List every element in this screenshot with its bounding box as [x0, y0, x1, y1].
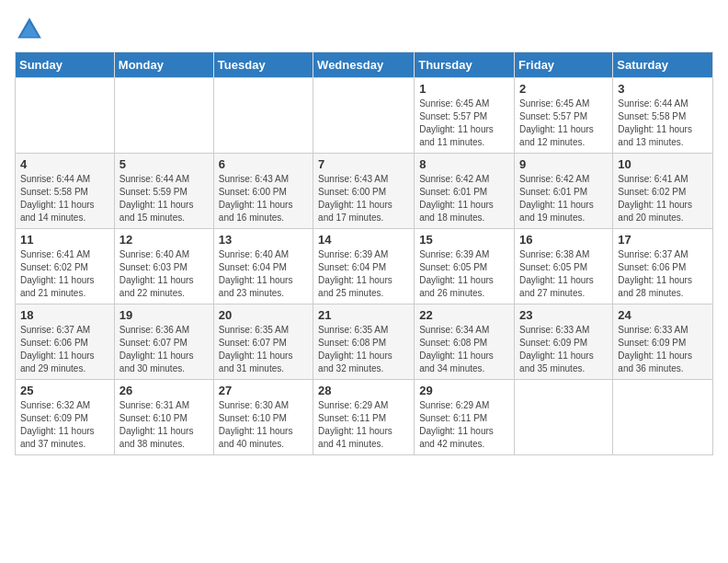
calendar-cell: 16Sunrise: 6:38 AM Sunset: 6:05 PM Dayli… [515, 229, 613, 304]
calendar-cell: 7Sunrise: 6:43 AM Sunset: 6:00 PM Daylig… [313, 154, 415, 229]
day-number: 3 [618, 82, 708, 96]
calendar-cell [515, 380, 613, 455]
calendar-cell [213, 78, 313, 154]
calendar-cell: 8Sunrise: 6:42 AM Sunset: 6:01 PM Daylig… [415, 154, 515, 229]
day-number: 2 [519, 82, 608, 96]
day-info: Sunrise: 6:39 AM Sunset: 6:05 PM Dayligh… [419, 248, 509, 300]
calendar-cell: 22Sunrise: 6:34 AM Sunset: 6:08 PM Dayli… [415, 304, 515, 380]
calendar-week-5: 25Sunrise: 6:32 AM Sunset: 6:09 PM Dayli… [16, 380, 713, 455]
calendar-cell: 1Sunrise: 6:45 AM Sunset: 5:57 PM Daylig… [415, 78, 515, 154]
day-info: Sunrise: 6:35 AM Sunset: 6:08 PM Dayligh… [318, 324, 409, 375]
calendar-cell: 11Sunrise: 6:41 AM Sunset: 6:02 PM Dayli… [16, 229, 115, 304]
day-number: 25 [20, 384, 109, 397]
day-number: 1 [419, 82, 509, 96]
calendar-cell: 3Sunrise: 6:44 AM Sunset: 5:58 PM Daylig… [613, 78, 713, 154]
day-info: Sunrise: 6:31 AM Sunset: 6:10 PM Dayligh… [119, 399, 209, 451]
day-info: Sunrise: 6:36 AM Sunset: 6:07 PM Dayligh… [119, 324, 209, 375]
day-number: 18 [20, 308, 109, 322]
day-number: 15 [419, 233, 509, 247]
day-info: Sunrise: 6:39 AM Sunset: 6:04 PM Dayligh… [318, 248, 409, 300]
day-number: 27 [219, 384, 308, 397]
day-info: Sunrise: 6:38 AM Sunset: 6:05 PM Dayligh… [519, 248, 608, 300]
calendar-cell: 10Sunrise: 6:41 AM Sunset: 6:02 PM Dayli… [613, 154, 713, 229]
day-info: Sunrise: 6:30 AM Sunset: 6:10 PM Dayligh… [219, 399, 308, 451]
day-info: Sunrise: 6:34 AM Sunset: 6:08 PM Dayligh… [419, 324, 509, 375]
calendar-cell: 27Sunrise: 6:30 AM Sunset: 6:10 PM Dayli… [213, 380, 313, 455]
weekday-header-row: SundayMondayTuesdayWednesdayThursdayFrid… [16, 52, 713, 78]
day-info: Sunrise: 6:44 AM Sunset: 5:58 PM Dayligh… [20, 173, 109, 224]
day-info: Sunrise: 6:33 AM Sunset: 6:09 PM Dayligh… [618, 324, 708, 375]
day-number: 10 [618, 157, 708, 171]
calendar-cell [613, 380, 713, 455]
day-number: 4 [20, 157, 109, 171]
calendar-cell: 18Sunrise: 6:37 AM Sunset: 6:06 PM Dayli… [16, 304, 115, 380]
day-number: 24 [618, 308, 708, 322]
day-info: Sunrise: 6:37 AM Sunset: 6:06 PM Dayligh… [20, 324, 109, 375]
calendar-cell: 13Sunrise: 6:40 AM Sunset: 6:04 PM Dayli… [213, 229, 313, 304]
calendar-cell: 15Sunrise: 6:39 AM Sunset: 6:05 PM Dayli… [415, 229, 515, 304]
day-number: 12 [119, 233, 209, 247]
day-number: 19 [119, 308, 209, 322]
logo-icon [15, 15, 44, 44]
day-number: 23 [519, 308, 608, 322]
calendar-cell: 25Sunrise: 6:32 AM Sunset: 6:09 PM Dayli… [16, 380, 115, 455]
day-info: Sunrise: 6:45 AM Sunset: 5:57 PM Dayligh… [419, 98, 509, 149]
day-number: 5 [119, 157, 209, 171]
day-info: Sunrise: 6:45 AM Sunset: 5:57 PM Dayligh… [519, 98, 608, 149]
day-number: 22 [419, 308, 509, 322]
day-info: Sunrise: 6:42 AM Sunset: 6:01 PM Dayligh… [419, 173, 509, 224]
page-header [15, 15, 713, 44]
calendar-cell: 14Sunrise: 6:39 AM Sunset: 6:04 PM Dayli… [313, 229, 415, 304]
calendar-cell [313, 78, 415, 154]
day-info: Sunrise: 6:43 AM Sunset: 6:00 PM Dayligh… [219, 173, 308, 224]
day-number: 26 [119, 384, 209, 397]
day-info: Sunrise: 6:29 AM Sunset: 6:11 PM Dayligh… [419, 399, 509, 451]
calendar-cell: 20Sunrise: 6:35 AM Sunset: 6:07 PM Dayli… [213, 304, 313, 380]
day-info: Sunrise: 6:37 AM Sunset: 6:06 PM Dayligh… [618, 248, 708, 300]
calendar-cell: 24Sunrise: 6:33 AM Sunset: 6:09 PM Dayli… [613, 304, 713, 380]
weekday-header-wednesday: Wednesday [313, 52, 415, 78]
day-number: 11 [20, 233, 109, 247]
day-number: 21 [318, 308, 409, 322]
day-info: Sunrise: 6:29 AM Sunset: 6:11 PM Dayligh… [318, 399, 409, 451]
day-number: 6 [219, 157, 308, 171]
day-number: 14 [318, 233, 409, 247]
calendar-cell: 23Sunrise: 6:33 AM Sunset: 6:09 PM Dayli… [515, 304, 613, 380]
calendar-cell: 6Sunrise: 6:43 AM Sunset: 6:00 PM Daylig… [213, 154, 313, 229]
day-number: 17 [618, 233, 708, 247]
calendar-week-3: 11Sunrise: 6:41 AM Sunset: 6:02 PM Dayli… [16, 229, 713, 304]
calendar-cell: 4Sunrise: 6:44 AM Sunset: 5:58 PM Daylig… [16, 154, 115, 229]
day-info: Sunrise: 6:32 AM Sunset: 6:09 PM Dayligh… [20, 399, 109, 451]
day-info: Sunrise: 6:44 AM Sunset: 5:59 PM Dayligh… [119, 173, 209, 224]
day-info: Sunrise: 6:44 AM Sunset: 5:58 PM Dayligh… [618, 98, 708, 149]
day-info: Sunrise: 6:35 AM Sunset: 6:07 PM Dayligh… [219, 324, 308, 375]
logo [15, 15, 48, 44]
weekday-header-sunday: Sunday [16, 52, 115, 78]
day-number: 9 [519, 157, 608, 171]
calendar-week-2: 4Sunrise: 6:44 AM Sunset: 5:58 PM Daylig… [16, 154, 713, 229]
day-number: 28 [318, 384, 409, 397]
day-info: Sunrise: 6:41 AM Sunset: 6:02 PM Dayligh… [618, 173, 708, 224]
calendar-cell [16, 78, 115, 154]
day-number: 29 [419, 384, 509, 397]
calendar-cell: 5Sunrise: 6:44 AM Sunset: 5:59 PM Daylig… [114, 154, 213, 229]
weekday-header-friday: Friday [515, 52, 613, 78]
calendar-table: SundayMondayTuesdayWednesdayThursdayFrid… [15, 52, 713, 455]
calendar-week-4: 18Sunrise: 6:37 AM Sunset: 6:06 PM Dayli… [16, 304, 713, 380]
day-number: 13 [219, 233, 308, 247]
day-number: 8 [419, 157, 509, 171]
day-number: 20 [219, 308, 308, 322]
weekday-header-thursday: Thursday [415, 52, 515, 78]
day-info: Sunrise: 6:43 AM Sunset: 6:00 PM Dayligh… [318, 173, 409, 224]
weekday-header-monday: Monday [114, 52, 213, 78]
weekday-header-tuesday: Tuesday [213, 52, 313, 78]
calendar-cell [114, 78, 213, 154]
day-info: Sunrise: 6:42 AM Sunset: 6:01 PM Dayligh… [519, 173, 608, 224]
calendar-cell: 26Sunrise: 6:31 AM Sunset: 6:10 PM Dayli… [114, 380, 213, 455]
weekday-header-saturday: Saturday [613, 52, 713, 78]
calendar-cell: 21Sunrise: 6:35 AM Sunset: 6:08 PM Dayli… [313, 304, 415, 380]
calendar-cell: 17Sunrise: 6:37 AM Sunset: 6:06 PM Dayli… [613, 229, 713, 304]
calendar-cell: 19Sunrise: 6:36 AM Sunset: 6:07 PM Dayli… [114, 304, 213, 380]
calendar-cell: 2Sunrise: 6:45 AM Sunset: 5:57 PM Daylig… [515, 78, 613, 154]
day-number: 7 [318, 157, 409, 171]
